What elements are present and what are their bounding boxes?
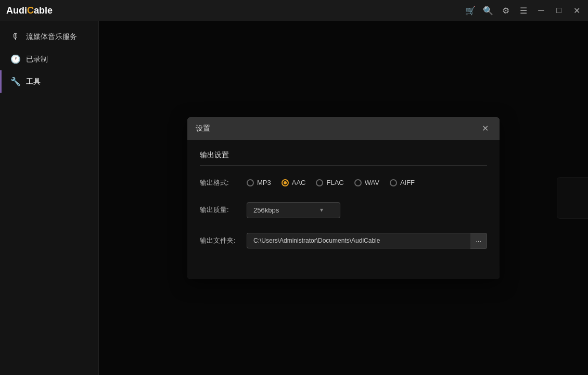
folder-input-group: ··· (247, 233, 487, 249)
sidebar-item-streaming[interactable]: 🎙 流媒体音乐服务 (0, 26, 98, 48)
sidebar-item-tools[interactable]: 🔧 工具 (0, 70, 98, 93)
section-title: 输出设置 (200, 151, 487, 166)
format-mp3-label: MP3 (257, 179, 271, 186)
folder-browse-button[interactable]: ··· (470, 233, 487, 249)
sidebar-item-recorded-label: 已录制 (26, 55, 48, 64)
folder-row: 输出文件夹: ··· (200, 233, 487, 249)
format-label: 输出格式: (200, 178, 247, 188)
format-row: 输出格式: MP3 AAC (200, 178, 487, 188)
quality-value: 256kbps (253, 206, 279, 214)
quality-select-wrapper: 256kbps ▾ (247, 202, 340, 218)
settings-icon[interactable]: ⚙ (501, 5, 511, 16)
titlebar: AudiCable 🛒 🔍 ⚙ ☰ ─ □ ✕ (0, 0, 588, 21)
radio-flac-circle (316, 179, 323, 186)
cart-icon[interactable]: 🛒 (465, 5, 476, 16)
format-flac-label: FLAC (326, 179, 343, 186)
dialog-body: 输出设置 输出格式: MP3 AAC (187, 140, 500, 279)
ellipsis-icon: ··· (476, 237, 481, 245)
quality-row: 输出质量: 256kbps ▾ (200, 202, 487, 218)
format-flac[interactable]: FLAC (316, 179, 343, 186)
radio-wav-circle (354, 179, 362, 186)
main-layout: 🎙 流媒体音乐服务 🕐 已录制 🔧 工具 设置 ✕ (0, 21, 588, 375)
microphone-icon: 🎙 (10, 32, 21, 42)
settings-dialog: 设置 ✕ 输出设置 输出格式: MP3 (187, 117, 500, 279)
sidebar: 🎙 流媒体音乐服务 🕐 已录制 🔧 工具 (0, 21, 99, 375)
content-area: 设置 ✕ 输出设置 输出格式: MP3 (99, 21, 588, 375)
format-aiff-label: AIFF (400, 179, 415, 186)
sidebar-item-recorded[interactable]: 🕐 已录制 (0, 48, 98, 70)
menu-icon[interactable]: ☰ (518, 5, 529, 16)
logo-cable-c: C (27, 5, 34, 16)
format-wav[interactable]: WAV (354, 179, 379, 186)
sidebar-item-tools-label: 工具 (26, 77, 41, 86)
close-button[interactable]: ✕ (571, 5, 582, 16)
format-radio-group: MP3 AAC FLAC (247, 179, 415, 186)
radio-aiff-circle (390, 179, 397, 186)
chevron-down-icon: ▾ (320, 206, 323, 214)
window-controls: 🛒 🔍 ⚙ ☰ ─ □ ✕ (465, 5, 582, 16)
radio-mp3-circle (247, 179, 254, 186)
folder-label: 输出文件夹: (200, 236, 247, 245)
format-aac[interactable]: AAC (282, 179, 306, 186)
clock-icon: 🕐 (10, 54, 21, 64)
modal-overlay: 设置 ✕ 输出设置 输出格式: MP3 (99, 21, 588, 375)
search-icon[interactable]: 🔍 (483, 5, 493, 16)
wrench-icon: 🔧 (10, 77, 21, 86)
quality-label: 输出质量: (200, 205, 247, 215)
maximize-button[interactable]: □ (554, 5, 564, 16)
format-aac-label: AAC (292, 179, 306, 186)
format-mp3[interactable]: MP3 (247, 179, 271, 186)
dialog-titlebar: 设置 ✕ (187, 117, 500, 140)
app-logo: AudiCable (6, 5, 53, 16)
dialog-close-button[interactable]: ✕ (479, 122, 491, 135)
format-aiff[interactable]: AIFF (390, 179, 415, 186)
logo-audi: Audi (6, 5, 27, 16)
minimize-button[interactable]: ─ (536, 5, 546, 16)
format-wav-label: WAV (365, 179, 379, 186)
dialog-title: 设置 (196, 124, 210, 133)
logo-cable-rest: able (34, 5, 53, 16)
radio-aac-circle (282, 179, 289, 186)
folder-path-input[interactable] (247, 233, 470, 248)
sidebar-item-streaming-label: 流媒体音乐服务 (26, 32, 77, 42)
quality-select[interactable]: 256kbps ▾ (247, 202, 340, 218)
